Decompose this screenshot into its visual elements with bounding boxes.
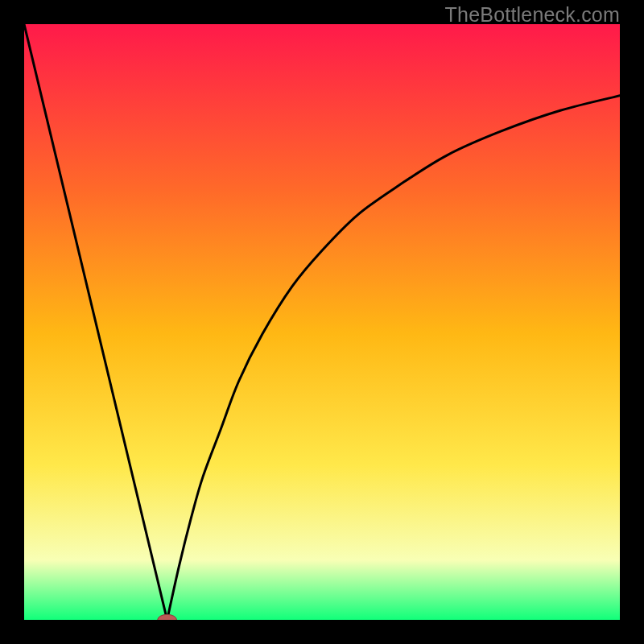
chart-frame [24,24,620,620]
watermark-text: TheBottleneck.com [445,3,620,27]
gradient-background [24,24,620,620]
bottleneck-chart [24,24,620,620]
